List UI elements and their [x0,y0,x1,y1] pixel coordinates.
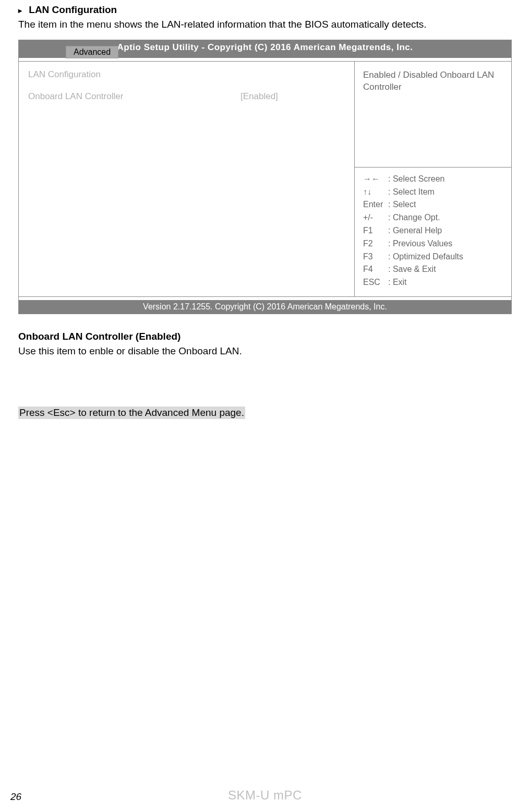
help-row: F2 : Previous Values [363,237,503,250]
bios-screen: Aptio Setup Utility - Copyright (C) 2016… [18,40,512,314]
footer-brand: SKM-U mPC [228,788,302,803]
help-row: +/- : Change Opt. [363,211,503,224]
bios-footer: Version 2.17.1255. Copyright (C) 2016 Am… [19,300,511,314]
help-key: →← [363,173,388,186]
help-desc: : Select [388,198,503,211]
help-key: +/- [363,211,388,224]
bios-help-description: Enabled / Disabled Onboard LAN Controlle… [355,62,511,168]
help-desc: : Select Screen [388,173,503,186]
help-row: Enter : Select [363,198,503,211]
intro-text: The item in the menu shows the LAN-relat… [18,19,512,30]
return-note: Press <Esc> to return to the Advanced Me… [18,407,245,419]
help-row: F4 : Save & Exit [363,263,503,276]
arrow-icon: ▸ [18,6,22,15]
setting-value: [Enabled] [240,91,345,102]
help-key: F2 [363,237,388,250]
section-heading: ▸ LAN Configuration [18,4,512,16]
help-key: ESC [363,276,388,289]
bios-key-help: →← : Select Screen ↑↓ : Select Item Ente… [355,168,511,296]
section-heading-text: LAN Configuration [29,4,117,15]
help-key: Enter [363,198,388,211]
help-row: ↑↓ : Select Item [363,186,503,199]
help-key: F4 [363,263,388,276]
page-number: 26 [10,791,21,803]
help-row: F3 : Optimized Defaults [363,250,503,264]
help-desc: : Change Opt. [388,211,503,224]
bios-tab-advanced[interactable]: Advanced [66,46,118,58]
help-key: F3 [363,250,388,264]
setting-row-onboard-lan[interactable]: Onboard LAN Controller [Enabled] [28,91,345,102]
divider [19,58,511,62]
help-desc: : Save & Exit [388,263,503,276]
help-desc: : Previous Values [388,237,503,250]
help-desc: : Optimized Defaults [388,250,503,264]
help-row: ESC : Exit [363,276,503,289]
help-key: F1 [363,224,388,237]
help-desc: : Select Item [388,186,503,199]
bios-header: Aptio Setup Utility - Copyright (C) 2016… [19,40,511,58]
bios-section-title: LAN Configuration [28,69,345,80]
help-row: →← : Select Screen [363,173,503,186]
description-heading: Onboard LAN Controller (Enabled) [18,331,512,342]
bios-body: LAN Configuration Onboard LAN Controller… [19,62,511,296]
bios-left-panel: LAN Configuration Onboard LAN Controller… [19,62,355,296]
bios-right-panel: Enabled / Disabled Onboard LAN Controlle… [355,62,511,296]
help-key: ↑↓ [363,186,388,199]
help-desc: : Exit [388,276,503,289]
divider [19,296,511,300]
setting-label: Onboard LAN Controller [28,91,240,102]
help-row: F1 : General Help [363,224,503,237]
description-text: Use this item to enble or disable the On… [18,345,512,357]
help-desc: : General Help [388,224,503,237]
